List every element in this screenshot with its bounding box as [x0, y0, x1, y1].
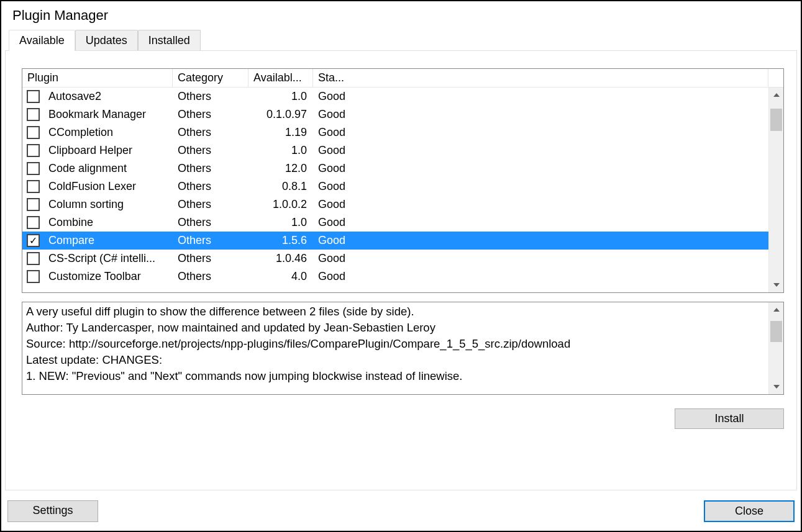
table-row[interactable]: Bookmark ManagerOthers0.1.0.97Good [22, 106, 768, 124]
row-plugin-name: Bookmark Manager [43, 108, 173, 121]
table-row[interactable]: Customize ToolbarOthers4.0Good [22, 268, 768, 286]
row-version: 1.0 [248, 144, 313, 157]
scroll-down-icon[interactable] [769, 277, 783, 292]
tab-panel: Plugin Category Availabl... Sta... Autos… [5, 50, 797, 490]
table-row[interactable]: ✓CompareOthers1.5.6Good [22, 232, 768, 250]
row-checkbox[interactable] [27, 144, 40, 157]
row-stability: Good [313, 108, 354, 121]
row-category: Others [173, 126, 248, 139]
row-stability: Good [313, 252, 354, 265]
row-plugin-name: Combine [43, 216, 173, 229]
header-plugin[interactable]: Plugin [22, 69, 173, 87]
row-category: Others [173, 216, 248, 229]
row-plugin-name: ColdFusion Lexer [43, 180, 173, 193]
row-stability: Good [313, 144, 354, 157]
header-available[interactable]: Availabl... [248, 69, 313, 87]
table-row[interactable]: Column sortingOthers1.0.0.2Good [22, 196, 768, 214]
tab-strip: Available Updates Installed [1, 30, 801, 51]
tab-updates[interactable]: Updates [75, 30, 138, 51]
row-checkbox[interactable] [27, 108, 40, 121]
scroll-thumb[interactable] [770, 321, 782, 342]
row-checkbox[interactable] [27, 162, 40, 175]
row-checkbox[interactable] [27, 90, 40, 103]
tab-available[interactable]: Available [9, 30, 75, 51]
row-category: Others [173, 234, 248, 247]
row-stability: Good [313, 180, 354, 193]
row-stability: Good [313, 216, 354, 229]
row-version: 1.0 [248, 90, 313, 103]
row-checkbox[interactable] [27, 270, 40, 283]
row-version: 0.8.1 [248, 180, 313, 193]
settings-button[interactable]: Settings [7, 500, 98, 522]
row-plugin-name: CS-Script (C# intelli... [43, 252, 173, 265]
header-stability[interactable]: Sta... [313, 69, 354, 87]
table-row[interactable]: CS-Script (C# intelli...Others1.0.46Good [22, 250, 768, 268]
row-checkbox[interactable] [27, 180, 40, 193]
row-stability: Good [313, 234, 354, 247]
close-button[interactable]: Close [704, 500, 795, 522]
row-stability: Good [313, 90, 354, 103]
table-row[interactable]: Code alignmentOthers12.0Good [22, 160, 768, 178]
row-plugin-name: Customize Toolbar [43, 270, 173, 283]
row-checkbox[interactable] [27, 252, 40, 265]
row-checkbox[interactable]: ✓ [27, 234, 40, 247]
scroll-up-icon[interactable] [769, 302, 783, 317]
row-category: Others [173, 270, 248, 283]
scroll-up-icon[interactable] [769, 88, 783, 102]
row-category: Others [173, 144, 248, 157]
description-scrollbar[interactable] [768, 302, 783, 394]
row-plugin-name: Clipboard Helper [43, 144, 173, 157]
list-header: Plugin Category Availabl... Sta... [22, 69, 783, 88]
row-category: Others [173, 108, 248, 121]
row-version: 1.0.0.2 [248, 198, 313, 211]
scroll-down-icon[interactable] [769, 379, 783, 394]
row-plugin-name: Code alignment [43, 162, 173, 175]
row-version: 12.0 [248, 162, 313, 175]
description-text: A very useful diff plugin to show the di… [22, 302, 768, 394]
row-category: Others [173, 162, 248, 175]
tab-installed[interactable]: Installed [138, 30, 201, 51]
table-row[interactable]: CombineOthers1.0Good [22, 214, 768, 232]
row-category: Others [173, 198, 248, 211]
row-checkbox[interactable] [27, 198, 40, 211]
table-row[interactable]: CCompletionOthers1.19Good [22, 124, 768, 142]
list-scrollbar[interactable] [768, 88, 783, 292]
table-row[interactable]: ColdFusion LexerOthers0.8.1Good [22, 178, 768, 196]
row-plugin-name: Compare [43, 234, 173, 247]
plugin-list: Plugin Category Availabl... Sta... Autos… [22, 68, 784, 293]
table-row[interactable]: Autosave2Others1.0Good [22, 88, 768, 106]
row-checkbox[interactable] [27, 126, 40, 139]
row-stability: Good [313, 126, 354, 139]
row-version: 1.0.46 [248, 252, 313, 265]
row-version: 1.0 [248, 216, 313, 229]
plugin-manager-window: Plugin Manager Available Updates Install… [0, 0, 802, 532]
row-stability: Good [313, 270, 354, 283]
row-version: 4.0 [248, 270, 313, 283]
row-plugin-name: CCompletion [43, 126, 173, 139]
header-category[interactable]: Category [173, 69, 248, 87]
row-stability: Good [313, 198, 354, 211]
row-version: 0.1.0.97 [248, 108, 313, 121]
install-button[interactable]: Install [675, 408, 784, 429]
row-plugin-name: Autosave2 [43, 90, 173, 103]
row-checkbox[interactable] [27, 216, 40, 229]
row-version: 1.19 [248, 126, 313, 139]
row-category: Others [173, 90, 248, 103]
row-version: 1.5.6 [248, 234, 313, 247]
row-stability: Good [313, 162, 354, 175]
window-title: Plugin Manager [1, 1, 801, 26]
row-plugin-name: Column sorting [43, 198, 173, 211]
row-category: Others [173, 252, 248, 265]
table-row[interactable]: Clipboard HelperOthers1.0Good [22, 142, 768, 160]
row-category: Others [173, 180, 248, 193]
plugin-description: A very useful diff plugin to show the di… [22, 302, 784, 395]
scroll-thumb[interactable] [770, 109, 782, 131]
